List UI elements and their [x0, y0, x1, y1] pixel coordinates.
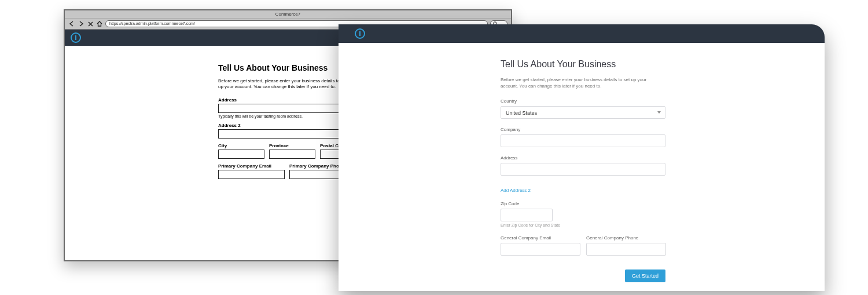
- get-started-label: Get Started: [632, 273, 659, 279]
- general-email-input[interactable]: [501, 243, 580, 256]
- add-address2-link[interactable]: Add Address 2: [501, 188, 531, 193]
- zip-label: Zip Code: [501, 201, 825, 206]
- home-icon[interactable]: [96, 20, 103, 27]
- city-label: City: [218, 143, 264, 148]
- address-label: Address: [501, 155, 825, 161]
- chevron-down-icon: [657, 111, 661, 114]
- province-label: Province: [269, 143, 315, 148]
- get-started-button[interactable]: Get Started: [625, 269, 665, 282]
- zip-helper: Enter Zip Code for City and State: [501, 223, 825, 227]
- city-input[interactable]: [218, 150, 264, 159]
- zip-input[interactable]: [501, 209, 553, 221]
- primary-email-input[interactable]: [218, 170, 285, 179]
- general-phone-label: General Company Phone: [586, 235, 666, 241]
- page-description: Before we get started, please enter your…: [218, 78, 351, 90]
- stop-icon[interactable]: [87, 20, 94, 27]
- back-icon[interactable]: [68, 20, 75, 27]
- primary-email-label: Primary Company Email: [218, 163, 285, 169]
- country-label: Country: [501, 99, 825, 104]
- forward-icon[interactable]: [78, 20, 84, 27]
- window-title: Commerce7: [65, 10, 511, 19]
- app-navbar: [339, 24, 825, 43]
- country-value: United States: [501, 106, 665, 119]
- general-email-label: General Company Email: [501, 235, 580, 241]
- address-input[interactable]: [501, 163, 665, 176]
- company-input[interactable]: [501, 134, 665, 147]
- mockup-window: Tell Us About Your Business Before we ge…: [339, 24, 825, 291]
- commerce7-logo-icon: [71, 32, 81, 43]
- page-heading: Tell Us About Your Business: [501, 59, 825, 70]
- address-input[interactable]: [218, 104, 357, 113]
- country-select[interactable]: United States: [501, 106, 665, 119]
- general-phone-input[interactable]: [586, 243, 666, 256]
- company-label: Company: [501, 127, 825, 132]
- address2-input[interactable]: [218, 129, 357, 139]
- page-description: Before we get started, please enter your…: [501, 77, 663, 89]
- commerce7-logo-icon: [355, 28, 365, 39]
- form-body: Tell Us About Your Business Before we ge…: [339, 43, 825, 282]
- province-input[interactable]: [269, 150, 315, 159]
